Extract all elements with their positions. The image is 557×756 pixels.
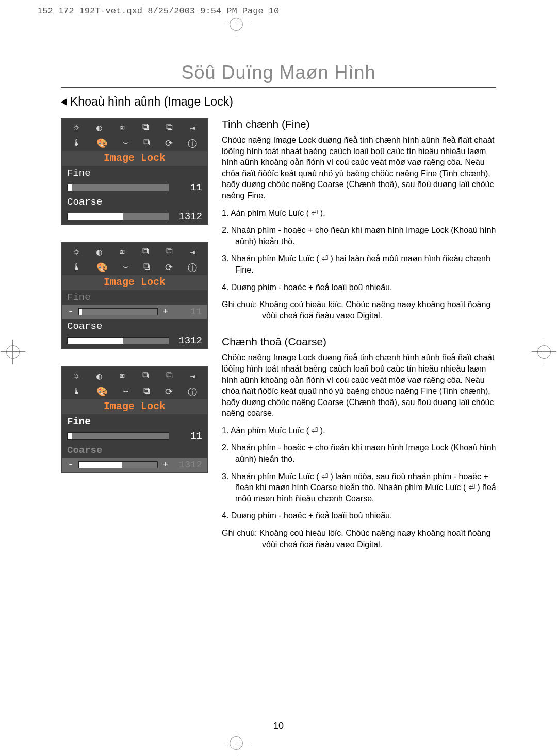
size-icon: ⧉ bbox=[166, 371, 173, 382]
fine-step-2: 2. Nhaán phím - hoaëc + cho ñeán khi maø… bbox=[222, 225, 496, 247]
expand-icon: ⇥ bbox=[190, 371, 195, 382]
temp-icon: 🌡 bbox=[72, 386, 81, 398]
expand-icon: ⇥ bbox=[190, 246, 195, 258]
osd3-icon-row2: 🌡 🎨 ⌣ ⧉ ⟳ ⓘ bbox=[62, 383, 207, 399]
info-icon: ⓘ bbox=[188, 386, 197, 398]
lock-icon: ⌧ bbox=[119, 246, 125, 258]
osd2-icon-row1: ☼ ◐ ⌧ ⧉ ⧉ ⇥ bbox=[62, 243, 207, 259]
crop-mark-left bbox=[6, 345, 20, 359]
osd2-coarse-slider bbox=[67, 337, 169, 344]
osd3-icon-row1: ☼ ◐ ⌧ ⧉ ⧉ ⇥ bbox=[62, 367, 207, 383]
coarse-step-2: 2. Nhaán phím - hoaëc + cho ñeán khi maø… bbox=[222, 442, 496, 464]
layout-icon: ⧉ bbox=[143, 262, 150, 274]
osd2-fine-plus[interactable]: + bbox=[162, 306, 169, 317]
coarse-paragraph: Chöùc naêng Image Lock duøng ñeå tinh ch… bbox=[222, 352, 496, 419]
crop-mark-top bbox=[230, 18, 243, 31]
contrast-icon: ◐ bbox=[96, 371, 102, 382]
brightness-icon: ☼ bbox=[74, 371, 79, 382]
section-title-text: Khoaù hình aûnh (Image Lock) bbox=[70, 95, 233, 109]
osd3-coarse-plus[interactable]: + bbox=[162, 459, 169, 471]
osd2-coarse-value: 1312 bbox=[173, 335, 202, 346]
contrast-icon: ◐ bbox=[96, 246, 102, 258]
reset-icon: ⟳ bbox=[165, 262, 173, 274]
osd3-coarse-value: 1312 bbox=[173, 459, 202, 471]
reset-icon: ⟳ bbox=[165, 138, 173, 150]
info-icon: ⓘ bbox=[188, 138, 197, 150]
osd-fine-label: Fine bbox=[67, 167, 202, 179]
osd-coarse-value: 1312 bbox=[173, 211, 202, 222]
coarse-note: Ghi chuù: Khoâng coù hieäu löïc. Chöùc n… bbox=[222, 528, 496, 550]
size-icon: ⧉ bbox=[166, 122, 173, 133]
osd-coarse-label: Coarse bbox=[67, 196, 202, 208]
position-icon: ⧉ bbox=[142, 122, 149, 133]
page-title: Söû Duïng Maøn Hình bbox=[61, 62, 496, 88]
misc-icon: ⌣ bbox=[123, 386, 129, 398]
osd3-fine-slider bbox=[67, 432, 169, 440]
position-icon: ⧉ bbox=[142, 371, 149, 382]
color-icon: 🎨 bbox=[96, 138, 108, 150]
osd2-coarse-label: Coarse bbox=[67, 321, 202, 332]
osd-fine-slider bbox=[67, 184, 169, 191]
color-icon: 🎨 bbox=[96, 262, 108, 274]
fine-step-1: 1. Aán phím Muïc Luïc ( ⏎ ). bbox=[222, 208, 496, 219]
crop-mark-right bbox=[537, 345, 551, 359]
osd-title: Image Lock bbox=[62, 151, 207, 166]
osd3-fine-value: 11 bbox=[173, 430, 202, 442]
osd3-coarse-slider[interactable] bbox=[78, 461, 158, 468]
osd2-fine-value: 11 bbox=[173, 306, 202, 317]
osd-icon-row2: 🌡 🎨 ⌣ ⧉ ⟳ ⓘ bbox=[62, 135, 207, 151]
page-number: 10 bbox=[0, 720, 557, 731]
layout-icon: ⧉ bbox=[143, 386, 150, 398]
coarse-step-3: 3. Nhaán phím Muïc Luïc ( ⏎ ) laàn nöõa,… bbox=[222, 471, 496, 505]
osd-fine-value: 11 bbox=[173, 182, 202, 193]
brightness-icon: ☼ bbox=[74, 122, 79, 133]
osd-panel-2: ☼ ◐ ⌧ ⧉ ⧉ ⇥ 🌡 🎨 ⌣ ⧉ ⟳ ⓘ Image Lock Fine bbox=[61, 242, 208, 349]
osd3-title: Image Lock bbox=[62, 399, 207, 414]
osd2-fine-slider[interactable] bbox=[78, 308, 158, 315]
misc-icon: ⌣ bbox=[123, 138, 129, 150]
fine-step-4: 4. Duøng phím - hoaëc + ñeå loaïi boû nh… bbox=[222, 282, 496, 293]
osd2-fine-label: Fine bbox=[67, 292, 202, 303]
coarse-subtitle: Chænh thoâ (Coarse) bbox=[222, 335, 496, 348]
bullet-icon bbox=[61, 98, 67, 106]
color-icon: 🎨 bbox=[96, 386, 108, 398]
lock-icon: ⌧ bbox=[119, 122, 125, 133]
section-title: Khoaù hình aûnh (Image Lock) bbox=[61, 95, 496, 109]
osd-coarse-slider bbox=[67, 213, 169, 220]
misc-icon: ⌣ bbox=[123, 262, 129, 274]
osd-panel-1: ☼ ◐ ⌧ ⧉ ⧉ ⇥ 🌡 🎨 ⌣ ⧉ ⟳ ⓘ Image Lock Fine bbox=[61, 118, 208, 225]
header-line: 152_172_192T-vet.qxd 8/25/2003 9:54 PM P… bbox=[37, 6, 279, 16]
contrast-icon: ◐ bbox=[96, 122, 102, 133]
osd3-fine-label: Fine bbox=[67, 416, 202, 427]
fine-paragraph: Chöùc naêng Image Lock duøng ñeå tinh ch… bbox=[222, 135, 496, 201]
osd-panel-3: ☼ ◐ ⌧ ⧉ ⧉ ⇥ 🌡 🎨 ⌣ ⧉ ⟳ ⓘ Image Lock Fine bbox=[61, 366, 208, 473]
osd2-icon-row2: 🌡 🎨 ⌣ ⧉ ⟳ ⓘ bbox=[62, 259, 207, 275]
layout-icon: ⧉ bbox=[143, 138, 150, 150]
osd2-title: Image Lock bbox=[62, 275, 207, 290]
temp-icon: 🌡 bbox=[72, 138, 81, 150]
lock-icon: ⌧ bbox=[119, 371, 125, 382]
expand-icon: ⇥ bbox=[190, 122, 195, 133]
coarse-step-4: 4. Duøng phím - hoaëc + ñeå loaïi boû nh… bbox=[222, 510, 496, 522]
osd2-fine-minus[interactable]: - bbox=[67, 306, 74, 317]
osd3-coarse-minus[interactable]: - bbox=[67, 459, 74, 471]
fine-step-3: 3. Nhaán phím Muïc Luïc ( ⏎ ) hai laàn ñ… bbox=[222, 253, 496, 275]
reset-icon: ⟳ bbox=[165, 386, 173, 398]
osd-icon-row1: ☼ ◐ ⌧ ⧉ ⧉ ⇥ bbox=[62, 119, 207, 135]
osd3-coarse-label: Coarse bbox=[67, 445, 202, 456]
info-icon: ⓘ bbox=[188, 262, 197, 274]
crop-mark-bottom bbox=[230, 736, 243, 750]
brightness-icon: ☼ bbox=[74, 246, 79, 258]
fine-note: Ghi chuù: Khoâng coù hieäu löïc. Chöùc n… bbox=[222, 299, 496, 321]
fine-subtitle: Tinh chænh (Fine) bbox=[222, 118, 496, 130]
coarse-step-1: 1. Aán phím Muïc Luïc ( ⏎ ). bbox=[222, 425, 496, 436]
size-icon: ⧉ bbox=[166, 246, 173, 258]
position-icon: ⧉ bbox=[142, 246, 149, 258]
temp-icon: 🌡 bbox=[72, 262, 81, 274]
